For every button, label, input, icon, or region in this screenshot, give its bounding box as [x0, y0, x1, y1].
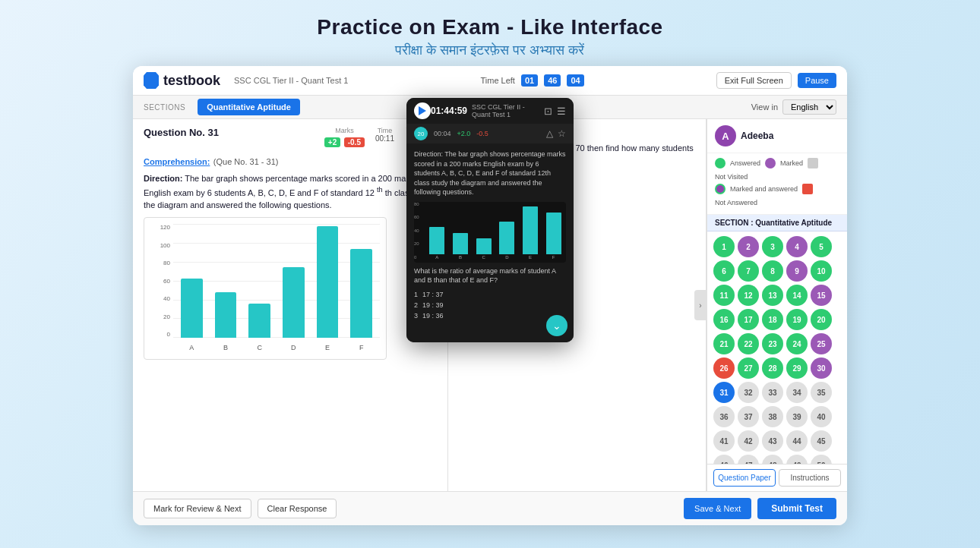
- q-num-33[interactable]: 33: [762, 382, 783, 403]
- sidebar-bottom: Question Paper Instructions: [707, 464, 847, 491]
- q-num-7[interactable]: 7: [738, 260, 759, 282]
- q-num-16[interactable]: 16: [713, 309, 735, 330]
- q-num-4[interactable]: 4: [786, 236, 808, 257]
- marks-area: Marks +2 -0.5: [324, 127, 365, 148]
- q-num-47[interactable]: 47: [738, 455, 759, 464]
- bar-f: [346, 224, 377, 338]
- clear-response-button[interactable]: Clear Response: [258, 499, 337, 518]
- q-num-36[interactable]: 36: [713, 406, 735, 427]
- q-num-12[interactable]: 12: [738, 285, 759, 306]
- q-num-39[interactable]: 39: [786, 406, 808, 427]
- q-num-21[interactable]: 21: [713, 333, 735, 354]
- q-num-38[interactable]: 38: [762, 406, 783, 427]
- q-num-25[interactable]: 25: [811, 333, 832, 354]
- q-num-24[interactable]: 24: [786, 333, 808, 354]
- q-num-20[interactable]: 20: [811, 309, 832, 330]
- mark-review-button[interactable]: Mark for Review & Next: [144, 499, 251, 518]
- legend-marked-answered-dot: [715, 184, 726, 194]
- bar-b: [210, 224, 242, 338]
- legend-not-visited-label: Not Visited: [715, 173, 748, 181]
- view-in-label: View in: [751, 102, 778, 112]
- exit-fullscreen-button[interactable]: Exit Full Screen: [716, 72, 792, 89]
- q-num-28[interactable]: 28: [762, 357, 783, 379]
- marks-positive: +2: [324, 137, 340, 147]
- q-num-6[interactable]: 6: [713, 260, 735, 282]
- q-num-44[interactable]: 44: [786, 430, 808, 452]
- x-label-b: B: [210, 344, 242, 351]
- video-play-button[interactable]: [414, 102, 431, 119]
- q-num-18[interactable]: 18: [762, 309, 783, 330]
- q-num-46[interactable]: 46: [713, 455, 735, 464]
- q-num-41[interactable]: 41: [713, 430, 735, 452]
- q-num-32[interactable]: 32: [738, 382, 759, 403]
- time-minutes: 46: [544, 74, 561, 87]
- logo-area: testbook: [144, 72, 220, 89]
- language-select[interactable]: English Hindi: [782, 99, 836, 115]
- question-header: Question No. 31 Marks +2 -0.5 Time 00:11: [144, 127, 437, 148]
- video-icons: ⊡ ☰: [544, 106, 566, 117]
- q-num-27[interactable]: 27: [738, 357, 759, 379]
- video-mini-chart: 0 20 40 60 80 A B: [414, 202, 566, 263]
- video-star-icon[interactable]: ☆: [558, 128, 566, 139]
- superscript-th: th: [377, 186, 383, 194]
- logo-text: testbook: [163, 73, 220, 89]
- video-menu-icon[interactable]: ☰: [557, 106, 566, 117]
- q-num-3[interactable]: 3: [762, 236, 783, 257]
- question-paper-button[interactable]: Question Paper: [713, 469, 776, 487]
- top-bar: testbook SSC CGL Tier II - Quant Test 1 …: [133, 66, 847, 96]
- q-num-9[interactable]: 9: [786, 260, 808, 282]
- q-num-48[interactable]: 48: [762, 455, 783, 464]
- video-icons2: △ ☆: [546, 128, 566, 139]
- q-num-13[interactable]: 13: [762, 285, 783, 306]
- q-num-8[interactable]: 8: [762, 260, 783, 282]
- q-num-22[interactable]: 22: [738, 333, 759, 354]
- direction-bold: Direction:: [144, 174, 182, 183]
- q-num-37[interactable]: 37: [738, 406, 759, 427]
- pause-button[interactable]: Pause: [798, 73, 836, 88]
- legend-marked-dot: [765, 158, 776, 168]
- q-num-49[interactable]: 49: [786, 455, 808, 464]
- q-num-26[interactable]: 26: [713, 357, 735, 379]
- q-num-29[interactable]: 29: [786, 357, 808, 379]
- bar-c: [244, 224, 275, 338]
- q-num-2[interactable]: 2: [738, 236, 759, 257]
- bar-e: [312, 224, 343, 338]
- q-num-10[interactable]: 10: [811, 260, 832, 282]
- q-num-30[interactable]: 30: [811, 357, 832, 379]
- bar-chart: 0 20 40 60 80 100 120: [144, 217, 387, 360]
- q-num-40[interactable]: 40: [811, 406, 832, 427]
- q-num-17[interactable]: 17: [738, 309, 759, 330]
- q-num-1[interactable]: 1: [713, 236, 735, 257]
- save-next-button[interactable]: Save & Next: [684, 498, 751, 519]
- video-cast-icon[interactable]: ⊡: [544, 106, 552, 117]
- q-num-45[interactable]: 45: [811, 430, 832, 452]
- q-num-5[interactable]: 5: [811, 236, 832, 257]
- q-num-19[interactable]: 19: [786, 309, 808, 330]
- submit-test-button[interactable]: Submit Test: [757, 498, 836, 519]
- svg-marker-0: [419, 106, 426, 115]
- q-num-15[interactable]: 15: [811, 285, 832, 306]
- tab-quantitative-aptitude[interactable]: Quantitative Aptitude: [198, 99, 300, 115]
- video-info-bar: 20 00:04 +2.0 -0.5 △ ☆: [406, 124, 574, 143]
- q-num-11[interactable]: 11: [713, 285, 735, 306]
- q-num-42[interactable]: 42: [738, 430, 759, 452]
- x-label-c: C: [244, 344, 275, 351]
- bottom-bar: Mark for Review & Next Clear Response Sa…: [133, 491, 847, 525]
- q-num-35[interactable]: 35: [811, 382, 832, 403]
- collapse-sidebar-button[interactable]: ›: [694, 290, 707, 320]
- video-alert-icon[interactable]: △: [546, 128, 553, 139]
- time-seconds: 04: [567, 74, 583, 87]
- legend-marked-answered-label: Marked and answered: [730, 185, 798, 193]
- q-num-31[interactable]: 31: [713, 382, 735, 403]
- y-label-100: 100: [150, 242, 170, 249]
- instructions-button[interactable]: Instructions: [779, 469, 841, 487]
- legend-marked-label: Marked: [780, 159, 803, 167]
- section-title: SECTION : Quantitative Aptitude: [707, 215, 847, 231]
- video-option-2-text: 19 : 39: [422, 301, 444, 309]
- q-num-34[interactable]: 34: [786, 382, 808, 403]
- legend-row-1: Answered Marked Not Visited: [715, 158, 839, 181]
- q-num-43[interactable]: 43: [762, 430, 783, 452]
- q-num-14[interactable]: 14: [786, 285, 808, 306]
- q-num-23[interactable]: 23: [762, 333, 783, 354]
- q-num-50[interactable]: 50: [811, 455, 832, 464]
